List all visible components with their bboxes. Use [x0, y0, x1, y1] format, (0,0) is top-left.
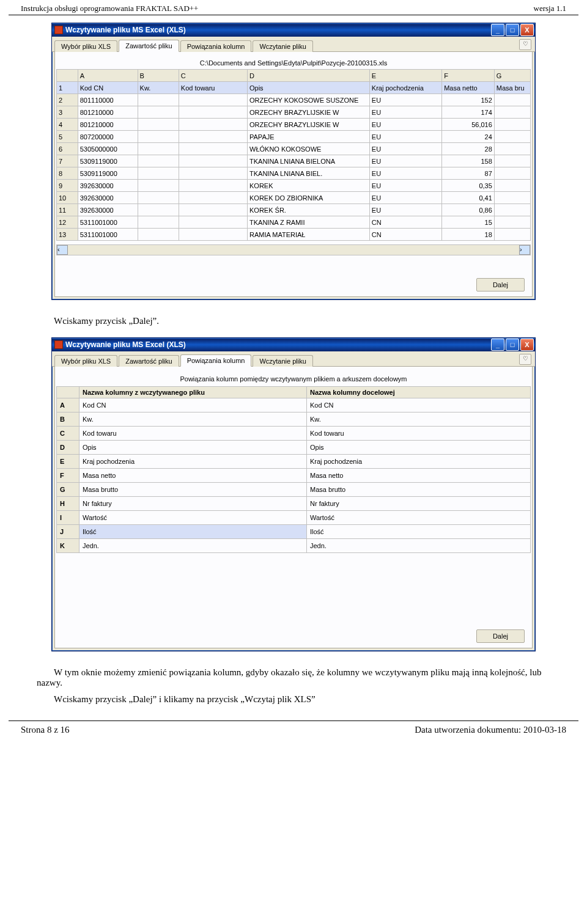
mapping-source[interactable]: Wartość: [79, 511, 307, 525]
row-number: 6: [57, 143, 78, 155]
mapping-row[interactable]: IWartośćWartość: [57, 511, 531, 525]
close-button[interactable]: X: [520, 24, 534, 36]
grid-cell: [179, 106, 247, 119]
grid-cell: EU: [369, 204, 441, 216]
grid-cell: 0,35: [442, 180, 495, 192]
mapping-row[interactable]: GMasa bruttoMasa brutto: [57, 483, 531, 497]
grid-cell: [179, 192, 247, 204]
mapping-row[interactable]: DOpisOpis: [57, 441, 531, 455]
scroll-right-icon[interactable]: ›: [519, 245, 530, 255]
col-B[interactable]: B: [138, 70, 179, 82]
col-A[interactable]: A: [78, 70, 138, 82]
dalej-button-2[interactable]: Dalej: [476, 629, 525, 643]
grid-cell: 5309119000: [78, 155, 138, 167]
grid-cell: 87: [442, 167, 495, 180]
grid-row[interactable]: 65305000000WŁÓKNO KOKOSOWEEU28: [57, 143, 531, 155]
tab2-zawartosc-pliku[interactable]: Zawartość pliku: [119, 355, 179, 367]
col-D[interactable]: D: [248, 70, 370, 82]
mapping-row[interactable]: FMasa nettoMasa netto: [57, 469, 531, 483]
mapping-key: J: [57, 525, 79, 539]
grid-header-row: 1 Kod CN Kw. Kod towaru Opis Kraj pochod…: [57, 82, 531, 94]
tab-help-icon[interactable]: ♡: [519, 39, 531, 50]
horizontal-scrollbar[interactable]: ‹ ›: [56, 244, 531, 255]
mapping-row[interactable]: HNr fakturyNr faktury: [57, 497, 531, 511]
maximize-button[interactable]: □: [506, 24, 519, 36]
mapping-row[interactable]: EKraj pochodzeniaKraj pochodzenia: [57, 455, 531, 469]
hdr-kod-towaru: Kod towaru: [179, 82, 247, 94]
mapping-target[interactable]: Kraj pochodzenia: [307, 455, 531, 469]
mapping-target[interactable]: Masa netto: [307, 469, 531, 483]
grid-row[interactable]: 2801110000ORZECHY KOKOSOWE SUSZONEEU152: [57, 94, 531, 106]
mapping-row[interactable]: JIlośćIlość: [57, 525, 531, 539]
mapping-target[interactable]: Kw.: [307, 413, 531, 427]
grid-cell: 392630000: [78, 192, 138, 204]
grid-row[interactable]: 75309119000TKANINA LNIANA BIELONAEU158: [57, 155, 531, 167]
grid-row[interactable]: 135311001000RAMIA MATERIAŁCN18: [57, 229, 531, 241]
mapping-source[interactable]: Kw.: [79, 413, 307, 427]
grid-cell: 56,016: [442, 119, 495, 131]
grid-row[interactable]: 85309119000TKANINA LNIANA BIEL.EU87: [57, 167, 531, 180]
mapping-row[interactable]: KJedn.Jedn.: [57, 539, 531, 553]
mapping-target[interactable]: Jedn.: [307, 539, 531, 553]
map-hdr-source: Nazwa kolumny z wczytywanego pliku: [79, 387, 307, 398]
col-F[interactable]: F: [442, 70, 495, 82]
tab2-wybor-pliku[interactable]: Wybór pliku XLS: [54, 355, 117, 367]
maximize-button-2[interactable]: □: [506, 339, 519, 351]
close-button-2[interactable]: X: [520, 339, 534, 351]
grid-row[interactable]: 10392630000KOREK DO ZBIORNIKAEU0,41: [57, 192, 531, 204]
mapping-target[interactable]: Opis: [307, 441, 531, 455]
grid-row[interactable]: 11392630000KOREK ŚR.EU0,86: [57, 204, 531, 216]
grid-cell: TKANINA LNIANA BIEL.: [248, 167, 370, 180]
mapping-target[interactable]: Masa brutto: [307, 483, 531, 497]
mapping-source[interactable]: Kraj pochodzenia: [79, 455, 307, 469]
mapping-source[interactable]: Kod CN: [79, 398, 307, 413]
mapping-table: Nazwa kolumny z wczytywanego pliku Nazwa…: [56, 386, 531, 553]
tab2-wczytanie-pliku[interactable]: Wczytanie pliku: [253, 355, 312, 367]
minimize-button-2[interactable]: _: [491, 339, 504, 351]
grid-cell: [494, 204, 530, 216]
tab-help-icon-2[interactable]: ♡: [519, 354, 531, 365]
col-E[interactable]: E: [369, 70, 441, 82]
grid-cell: [494, 155, 530, 167]
grid-row[interactable]: 9392630000KOREKEU0,35: [57, 180, 531, 192]
minimize-button[interactable]: _: [491, 24, 504, 36]
row-number: 12: [57, 216, 78, 229]
hdr-rownum[interactable]: 1: [57, 82, 78, 94]
tab-wczytanie-pliku[interactable]: Wczytanie pliku: [253, 40, 312, 52]
mapping-source[interactable]: Nr faktury: [79, 497, 307, 511]
tab2-powiazania-kolumn[interactable]: Powiązania kolumn: [180, 354, 252, 367]
grid-cell: EU: [369, 180, 441, 192]
mapping-source[interactable]: Ilość: [79, 525, 307, 539]
dalej-button[interactable]: Dalej: [476, 278, 525, 292]
tab-wybor-pliku[interactable]: Wybór pliku XLS: [54, 40, 117, 52]
grid-row[interactable]: 3801210000ORZECHY BRAZYLIJSKIE WEU174: [57, 106, 531, 119]
mapping-source[interactable]: Opis: [79, 441, 307, 455]
mapping-row[interactable]: CKod towaruKod towaru: [57, 427, 531, 441]
mapping-source[interactable]: Jedn.: [79, 539, 307, 553]
mapping-key: C: [57, 427, 79, 441]
grid-row[interactable]: 125311001000TKANINA Z RAMIICN15: [57, 216, 531, 229]
mapping-target[interactable]: Nr faktury: [307, 497, 531, 511]
mapping-row[interactable]: BKw.Kw.: [57, 413, 531, 427]
grid-row[interactable]: 5807200000PAPAJEEU24: [57, 131, 531, 143]
mapping-target[interactable]: Wartość: [307, 511, 531, 525]
tab-zawartosc-pliku[interactable]: Zawartość pliku: [119, 40, 179, 52]
scroll-left-icon[interactable]: ‹: [57, 245, 68, 255]
mapping-row[interactable]: AKod CNKod CN: [57, 398, 531, 413]
row-number: 10: [57, 192, 78, 204]
grid-cell: [179, 204, 247, 216]
tab-powiazania-kolumn[interactable]: Powiązania kolumn: [180, 40, 252, 52]
mapping-source[interactable]: Kod towaru: [79, 427, 307, 441]
mapping-source[interactable]: Masa brutto: [79, 483, 307, 497]
col-C[interactable]: C: [179, 70, 247, 82]
grid-cell: CN: [369, 229, 441, 241]
col-G[interactable]: G: [494, 70, 530, 82]
mapping-key: I: [57, 511, 79, 525]
mapping-source[interactable]: Masa netto: [79, 469, 307, 483]
mapping-target[interactable]: Kod towaru: [307, 427, 531, 441]
mapping-target[interactable]: Ilość: [307, 525, 531, 539]
page-header: Instrukcja obsługi oprogramowania FRAKTA…: [9, 0, 578, 15]
grid-row[interactable]: 4801210000ORZECHY BRAZYLIJSKIE WEU56,016: [57, 119, 531, 131]
paragraph-1: Wciskamy przycisk „Dalej”.: [37, 316, 550, 326]
mapping-target[interactable]: Kod CN: [307, 398, 531, 413]
